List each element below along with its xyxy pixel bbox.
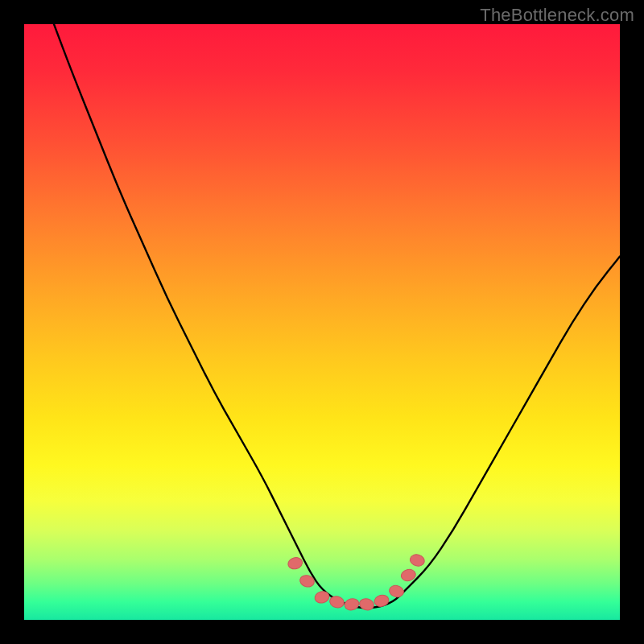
marker-point xyxy=(314,590,331,605)
marker-point xyxy=(388,584,405,599)
marker-point xyxy=(344,597,361,612)
marker-point xyxy=(409,553,426,568)
plot-svg xyxy=(24,24,620,620)
marker-point xyxy=(374,593,390,608)
chart-frame: TheBottleneck.com xyxy=(0,0,644,644)
marker-point xyxy=(358,597,375,612)
bottleneck-curve xyxy=(54,24,620,608)
marker-point xyxy=(287,556,303,571)
watermark-text: TheBottleneck.com xyxy=(480,5,634,26)
plot-area xyxy=(24,24,620,620)
bottom-markers xyxy=(287,553,426,612)
